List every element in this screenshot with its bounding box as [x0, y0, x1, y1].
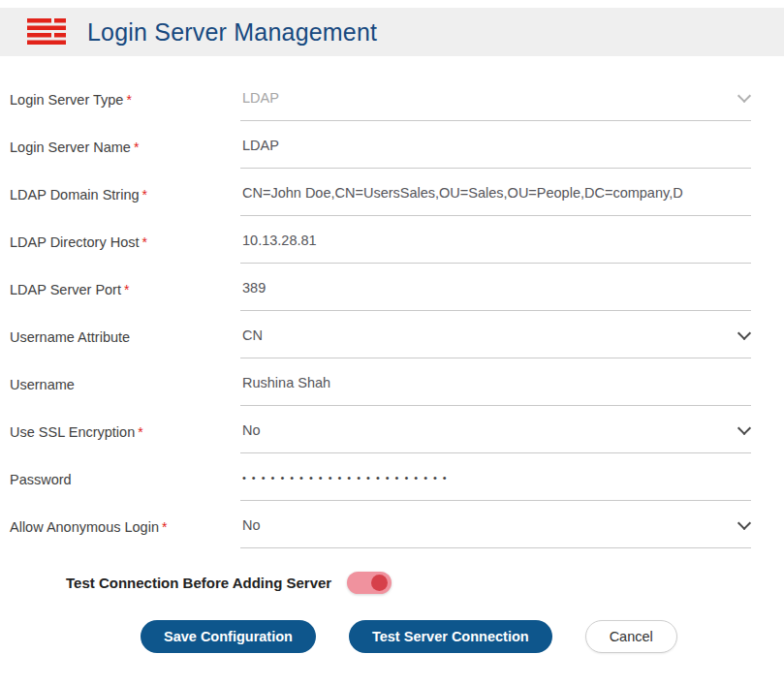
field-label: Username: [10, 377, 240, 406]
form-actions: Save Configuration Test Server Connectio…: [141, 620, 751, 653]
field-row-login-server-name: Login Server Name*: [10, 121, 751, 169]
ldap-directory-host-input[interactable]: [242, 233, 749, 248]
field-label-text: Password: [10, 472, 72, 487]
page-title: Login Server Management: [87, 18, 377, 47]
field-label: Username Attribute: [10, 329, 240, 358]
field-row-password: Password: [10, 453, 751, 501]
field-label: LDAP Server Port*: [10, 282, 240, 311]
ldap-domain-string-field[interactable]: [240, 180, 751, 216]
test-connection-toggle[interactable]: [347, 572, 392, 594]
allow-anonymous-login-select[interactable]: No: [240, 513, 751, 548]
login-server-management-page: Login Server Management Login Server Typ…: [0, 8, 784, 653]
password-field[interactable]: [240, 465, 751, 501]
chevron-down-icon: [737, 327, 751, 340]
field-label-text: Use SSL Encryption: [10, 424, 135, 440]
field-label: Login Server Name*: [10, 140, 240, 169]
password-input[interactable]: [242, 472, 749, 483]
field-row-use-ssl-encryption: Use SSL Encryption* No: [10, 406, 751, 453]
login-server-type-select[interactable]: LDAP: [240, 85, 751, 121]
required-asterisk: *: [126, 92, 131, 108]
field-label-text: Username: [10, 377, 75, 392]
field-label-text: LDAP Domain String: [10, 187, 140, 202]
server-stack-icon: [27, 18, 66, 46]
required-asterisk: *: [134, 140, 139, 155]
chevron-down-icon: [737, 516, 751, 530]
select-value: CN: [242, 327, 263, 343]
field-row-username-attribute: Username Attribute CN: [10, 311, 751, 358]
field-row-login-server-type: Login Server Type* LDAP: [10, 74, 751, 121]
required-asterisk: *: [142, 187, 147, 202]
field-label-text: Login Server Name: [10, 140, 131, 155]
ldap-directory-host-field[interactable]: [240, 228, 751, 264]
required-asterisk: *: [162, 519, 167, 535]
required-asterisk: *: [142, 234, 147, 250]
field-row-allow-anonymous-login: Allow Anonymous Login* No: [10, 501, 751, 548]
cancel-button[interactable]: Cancel: [585, 620, 677, 653]
field-label: LDAP Directory Host*: [10, 234, 240, 264]
field-label-text: Allow Anonymous Login: [10, 519, 159, 535]
ldap-domain-string-input[interactable]: [242, 185, 749, 201]
chevron-down-icon: [737, 421, 751, 435]
field-label-text: LDAP Directory Host: [10, 234, 140, 250]
use-ssl-encryption-select[interactable]: No: [240, 418, 751, 453]
field-row-ldap-domain-string: LDAP Domain String*: [10, 169, 751, 216]
select-value: No: [242, 422, 261, 438]
field-label-text: Username Attribute: [10, 329, 130, 345]
login-server-name-input[interactable]: [242, 138, 749, 153]
select-value: LDAP: [242, 90, 279, 106]
field-label: Password: [10, 472, 240, 501]
login-server-form: Login Server Type* LDAP Login Server Nam…: [0, 56, 784, 653]
field-label-text: Login Server Type: [10, 92, 123, 108]
field-label: Login Server Type*: [10, 92, 240, 121]
ldap-server-port-input[interactable]: [242, 280, 749, 296]
ldap-server-port-field[interactable]: [240, 275, 751, 311]
page-header: Login Server Management: [0, 8, 784, 56]
login-server-name-field[interactable]: [240, 133, 751, 169]
username-attribute-select[interactable]: CN: [240, 323, 751, 358]
test-connection-toggle-row: Test Connection Before Adding Server: [66, 572, 751, 594]
username-field[interactable]: [240, 370, 751, 406]
field-row-username: Username: [10, 358, 751, 406]
toggle-knob: [371, 575, 388, 591]
test-server-connection-button[interactable]: Test Server Connection: [349, 620, 552, 653]
required-asterisk: *: [138, 424, 142, 440]
field-label: Allow Anonymous Login*: [10, 519, 240, 548]
field-row-ldap-server-port: LDAP Server Port*: [10, 264, 751, 311]
username-input[interactable]: [242, 375, 749, 390]
required-asterisk: *: [124, 282, 129, 297]
field-label: LDAP Domain String*: [10, 187, 240, 216]
chevron-down-icon: [737, 89, 751, 103]
field-row-ldap-directory-host: LDAP Directory Host*: [10, 216, 751, 264]
select-value: No: [242, 517, 261, 533]
field-label-text: LDAP Server Port: [10, 282, 121, 297]
test-connection-toggle-label: Test Connection Before Adding Server: [66, 575, 331, 591]
field-label: Use SSL Encryption*: [10, 424, 240, 453]
save-configuration-button[interactable]: Save Configuration: [141, 620, 316, 653]
